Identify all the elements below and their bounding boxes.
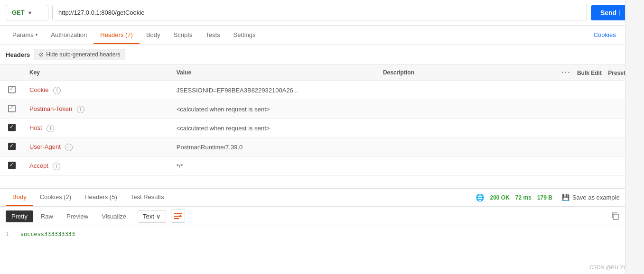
table-row: Accept i */* — [0, 157, 640, 176]
th-description: Description — [377, 64, 510, 81]
table-header-row: Key Value Description ··· Bulk Edit Pres… — [0, 64, 640, 81]
line-number: 1 — [6, 231, 9, 237]
code-area: 1 success333333333 — [0, 226, 644, 242]
value-cell: PostmanRuntime/7.39.0 — [171, 138, 377, 157]
tab-params[interactable]: Params — [6, 27, 44, 44]
section-title: Headers — [6, 51, 30, 58]
save-example-label: Save as example — [572, 194, 620, 201]
url-input[interactable] — [52, 5, 587, 20]
method-arrow: ▼ — [28, 10, 33, 16]
hide-auto-label: Hide auto-generated headers — [46, 51, 120, 58]
th-value: Value — [171, 64, 377, 81]
status-info: 🌐 200 OK 72 ms 179 B 💾 Save as example ·… — [476, 192, 639, 203]
desc-cell — [377, 157, 510, 176]
format-tab-pretty[interactable]: Pretty — [6, 210, 33, 222]
info-icon[interactable]: i — [77, 106, 84, 113]
send-label: Send — [600, 9, 616, 17]
format-tab-raw[interactable]: Raw — [35, 210, 59, 222]
table-row: Cookie i JSESSIONID=EF98BEA3B822932100A2… — [0, 81, 640, 100]
value-cell: <calculated when request is sent> — [171, 100, 377, 119]
headers-table-area: Key Value Description ··· Bulk Edit Pres… — [0, 64, 640, 188]
format-tabs-bar: Pretty Raw Preview Visualize Text ∨ — [0, 207, 644, 226]
checkbox-cell — [0, 119, 24, 138]
key-cell: User-Agent i — [24, 138, 171, 157]
url-bar: GET ▼ Send ▼ — [0, 0, 644, 26]
info-icon[interactable]: i — [53, 87, 61, 94]
tab-authorization[interactable]: Authorization — [44, 27, 93, 44]
copy-icon[interactable] — [608, 210, 622, 223]
resp-tab-headers[interactable]: Headers (5) — [78, 189, 124, 206]
table-row: Postman-Token i <calculated when request… — [0, 100, 640, 119]
resp-tab-body[interactable]: Body — [6, 189, 33, 206]
info-icon[interactable]: i — [47, 125, 54, 132]
status-time: 72 ms — [515, 194, 532, 201]
save-example-button[interactable]: 💾 Save as example — [558, 192, 624, 203]
tab-cookies[interactable]: Cookies — [587, 27, 623, 44]
checkbox-cell — [0, 138, 24, 157]
globe-icon: 🌐 — [476, 193, 485, 202]
hide-icon: ⊘ — [39, 51, 44, 58]
tab-scripts[interactable]: Scripts — [167, 27, 199, 44]
tab-headers[interactable]: Headers (7) — [93, 27, 140, 44]
right-edge — [625, 0, 644, 242]
svg-rect-3 — [613, 214, 618, 219]
hide-auto-headers-button[interactable]: ⊘ Hide auto-generated headers — [34, 49, 125, 60]
checkbox-user-agent[interactable] — [8, 143, 16, 150]
row-actions — [510, 157, 640, 176]
tab-body[interactable]: Body — [140, 27, 167, 44]
bulk-edit-link[interactable]: Bulk Edit — [577, 70, 602, 76]
format-tab-preview[interactable]: Preview — [61, 210, 94, 222]
key-cell: Postman-Token i — [24, 100, 171, 119]
value-cell: <calculated when request is sent> — [171, 119, 377, 138]
desc-cell — [377, 100, 510, 119]
value-cell: JSESSIONID=EF98BEA3B822932100A26... — [171, 81, 377, 100]
resp-tab-cookies[interactable]: Cookies (2) — [33, 189, 78, 206]
desc-cell — [377, 138, 510, 157]
code-value: success333333333 — [20, 231, 75, 237]
headers-content: Key Value Description ··· Bulk Edit Pres… — [0, 64, 644, 188]
key-cell: Cookie i — [24, 81, 171, 100]
wrap-icon[interactable] — [171, 210, 185, 223]
row-actions — [510, 81, 640, 100]
format-type-arrow: ∨ — [156, 213, 161, 220]
tab-tests[interactable]: Tests — [199, 27, 226, 44]
checkbox-cell — [0, 100, 24, 119]
request-tabs-bar: Params Authorization Headers (7) Body Sc… — [0, 26, 644, 45]
format-tab-visualize[interactable]: Visualize — [96, 210, 132, 222]
status-size: 179 B — [537, 194, 552, 201]
info-icon[interactable]: i — [65, 144, 73, 151]
th-checkbox — [0, 64, 24, 81]
method-label: GET — [12, 9, 25, 16]
desc-cell — [377, 119, 510, 138]
tab-settings[interactable]: Settings — [227, 27, 262, 44]
th-key: Key — [24, 64, 171, 81]
value-cell: */* — [171, 157, 377, 176]
headers-table: Key Value Description ··· Bulk Edit Pres… — [0, 64, 640, 176]
row-actions — [510, 138, 640, 157]
row-actions — [510, 119, 640, 138]
key-cell: Accept i — [24, 157, 171, 176]
resp-tab-test-results[interactable]: Test Results — [124, 189, 171, 206]
headers-section-header: Headers ⊘ Hide auto-generated headers — [0, 45, 644, 64]
desc-cell — [377, 81, 510, 100]
method-select[interactable]: GET ▼ — [6, 5, 48, 20]
checkbox-host[interactable] — [8, 124, 16, 131]
row-actions — [510, 100, 640, 119]
format-type-value: Text — [143, 213, 154, 220]
status-code: 200 OK — [490, 194, 510, 201]
response-tabs-bar: Body Cookies (2) Headers (5) Test Result… — [0, 188, 644, 207]
table-row: Host i <calculated when request is sent> — [0, 119, 640, 138]
info-icon[interactable]: i — [53, 163, 60, 170]
checkbox-cookie[interactable] — [8, 86, 16, 93]
checkbox-postman-token[interactable] — [8, 105, 16, 112]
more-options-icon[interactable]: ··· — [561, 68, 570, 76]
th-actions: ··· Bulk Edit Presets ∨ — [510, 64, 640, 81]
table-row: User-Agent i PostmanRuntime/7.39.0 — [0, 138, 640, 157]
key-cell: Host i — [24, 119, 171, 138]
format-type-select[interactable]: Text ∨ — [138, 210, 166, 223]
save-icon: 💾 — [562, 194, 569, 201]
checkbox-cell — [0, 157, 24, 176]
checkbox-accept[interactable] — [8, 162, 16, 169]
checkbox-cell — [0, 81, 24, 100]
